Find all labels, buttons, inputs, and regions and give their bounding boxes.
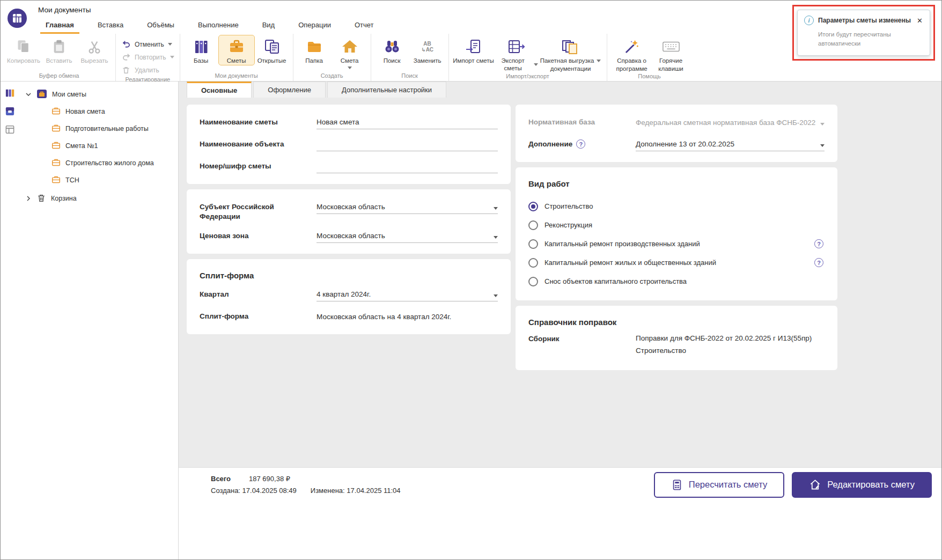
bases-button[interactable]: Базы bbox=[183, 35, 219, 65]
rail-open-docs-icon[interactable] bbox=[4, 123, 16, 135]
export-dropdown-icon[interactable] bbox=[534, 63, 538, 66]
redo-icon bbox=[121, 53, 131, 62]
radio-demolition[interactable] bbox=[528, 277, 538, 286]
region-select[interactable]: Московская область bbox=[317, 201, 498, 214]
work-type-title: Вид работ bbox=[528, 179, 825, 188]
replace-button[interactable]: АВ ↳АС Заменить bbox=[410, 35, 445, 65]
price-zone-select[interactable]: Московская область bbox=[317, 230, 498, 243]
chevron-down-icon bbox=[820, 123, 825, 126]
ribbon-tab-view[interactable]: Вид bbox=[251, 21, 287, 34]
status-bar-buttons: Пересчитать смету Редактировать смету bbox=[654, 472, 932, 498]
create-estimate-dropdown-icon[interactable] bbox=[348, 67, 352, 69]
total-label: Всего bbox=[211, 475, 231, 483]
ribbon-tab-report[interactable]: Отчет bbox=[343, 21, 386, 34]
chevron-down-icon bbox=[494, 236, 498, 239]
ribbon-tab-execution[interactable]: Выполнение bbox=[186, 21, 251, 34]
split-form-label: Сплит-форма bbox=[200, 311, 317, 321]
recalculate-estimate-button[interactable]: Пересчитать смету bbox=[654, 472, 784, 498]
batch-export-button[interactable]: Пакетная выгрузка документации bbox=[538, 35, 604, 72]
work-type-row-reconstruction: Реконструкция bbox=[528, 216, 825, 234]
estimate-name-value: Новая смета bbox=[317, 118, 359, 126]
trash-icon bbox=[36, 193, 46, 204]
quarter-select[interactable]: 4 квартал 2024г. bbox=[317, 289, 498, 301]
tree-item-residential-construction[interactable]: Строительство жилого дома bbox=[19, 154, 178, 172]
estimates-button[interactable]: Сметы bbox=[219, 35, 254, 65]
radio-construction[interactable] bbox=[528, 202, 538, 211]
estimate-icon bbox=[51, 141, 61, 151]
create-estimate-label: Смета bbox=[341, 57, 359, 65]
card-estimate-names: Наименование сметы Новая смета Наименова… bbox=[187, 105, 511, 184]
estimate-icon bbox=[51, 158, 61, 168]
export-estimate-button[interactable]: Экспорт сметы bbox=[495, 35, 538, 72]
tree-item-tsn[interactable]: ТСН bbox=[19, 172, 178, 189]
card-corrections: Справочник поправок Сборник Поправки для… bbox=[516, 306, 837, 370]
quarter-value: 4 квартал 2024г. bbox=[317, 290, 371, 298]
create-estimate-button[interactable]: Смета bbox=[332, 35, 367, 69]
hotkeys-label-line1: Горячие bbox=[659, 57, 682, 65]
ribbon-tab-operations[interactable]: Операции bbox=[286, 21, 343, 34]
estimate-name-input[interactable]: Новая смета bbox=[317, 116, 498, 129]
replace-icon: АВ ↳АС bbox=[421, 38, 433, 56]
ribbon-tab-home[interactable]: Главная bbox=[34, 21, 86, 34]
tree-item-new-estimate[interactable]: Новая смета bbox=[19, 103, 178, 120]
collection-value-field: Поправки для ФСНБ-2022 от 20.02.2025 г И… bbox=[636, 333, 825, 358]
create-folder-button[interactable]: Папка bbox=[297, 35, 332, 65]
app-logo[interactable] bbox=[8, 9, 27, 28]
ribbon-tab-volumes[interactable]: Объёмы bbox=[135, 21, 186, 34]
help-icon[interactable]: ? bbox=[576, 139, 585, 149]
addendum-value: Дополнение 13 от 20.02.2025 bbox=[636, 140, 734, 148]
split-form-value-field: Московская область на 4 квартал 2024г. bbox=[317, 311, 498, 323]
status-bar: Всего 187 690,38 ₽ Создана: 17.04.2025 0… bbox=[179, 467, 941, 502]
created-timestamp: Создана: 17.04.2025 08:49 bbox=[211, 487, 297, 495]
import-estimate-button[interactable]: Импорт сметы bbox=[452, 35, 495, 65]
batch-export-icon bbox=[561, 38, 580, 56]
hotkeys-button[interactable]: Горячие клавиши bbox=[653, 35, 689, 72]
help-icon[interactable]: ? bbox=[814, 258, 823, 267]
batch-export-dropdown-icon[interactable] bbox=[597, 60, 601, 62]
batch-export-label-line1: Пакетная выгрузка bbox=[540, 57, 594, 65]
estimate-icon bbox=[51, 175, 61, 186]
estimate-number-input[interactable] bbox=[317, 160, 498, 173]
work-type-row-demolition: Снос объектов капитального строительства bbox=[528, 272, 825, 291]
radio-industrial-repair[interactable] bbox=[528, 239, 538, 249]
documents-group-label: Мои документы bbox=[183, 72, 290, 80]
addendum-select[interactable]: Дополнение 13 от 20.02.2025 bbox=[636, 138, 825, 151]
total-value: 187 690,38 ₽ bbox=[249, 475, 290, 483]
object-name-input[interactable] bbox=[317, 138, 498, 151]
import-export-group-label: Импорт/экспорт bbox=[452, 72, 604, 81]
content-area: Наименование сметы Новая смета Наименова… bbox=[179, 98, 941, 467]
tab-formatting[interactable]: Оформление bbox=[253, 82, 326, 98]
search-button[interactable]: Поиск bbox=[374, 35, 410, 65]
card-region: Субъект Российской Федерации Московская … bbox=[187, 189, 511, 254]
undo-dropdown-icon[interactable] bbox=[168, 43, 172, 46]
radio-reconstruction[interactable] bbox=[528, 220, 538, 230]
paste-icon bbox=[51, 38, 67, 56]
tree-item-estimate-1[interactable]: Смета №1 bbox=[19, 137, 178, 154]
left-column: Наименование сметы Новая смета Наименова… bbox=[187, 105, 511, 334]
copy-icon bbox=[16, 38, 31, 56]
create-group-label: Создать bbox=[297, 72, 367, 80]
radio-residential-repair[interactable] bbox=[528, 258, 538, 268]
tree-item-preparatory-works[interactable]: Подготовительные работы bbox=[19, 120, 178, 137]
tree-item-trash[interactable]: Корзина bbox=[19, 190, 178, 207]
rail-bases-icon[interactable] bbox=[4, 87, 16, 99]
ribbon-group-documents: Базы Сметы Открытые Мои документы bbox=[180, 34, 293, 81]
recalculate-estimate-label: Пересчитать смету bbox=[689, 480, 767, 490]
close-icon[interactable]: ✕ bbox=[916, 17, 923, 25]
replace-glyph-top: АВ bbox=[423, 41, 431, 47]
rail-estimates-icon[interactable] bbox=[4, 105, 16, 117]
chevron-down-icon[interactable] bbox=[25, 93, 32, 96]
help-icon[interactable]: ? bbox=[814, 239, 823, 248]
tab-additional-settings[interactable]: Дополнительные настройки bbox=[327, 82, 446, 98]
opened-button[interactable]: Открытые bbox=[254, 35, 290, 65]
folder-icon bbox=[306, 38, 323, 56]
toast-title: Параметры сметы изменены bbox=[818, 17, 912, 24]
chevron-down-icon bbox=[494, 294, 498, 297]
edit-estimate-button[interactable]: Редактировать смету bbox=[792, 472, 932, 498]
tree-root-my-estimates[interactable]: Мои сметы bbox=[19, 86, 178, 103]
tab-main[interactable]: Основные bbox=[187, 82, 252, 98]
ribbon-tab-insert[interactable]: Вставка bbox=[86, 21, 135, 34]
about-button[interactable]: Справка о программе bbox=[610, 35, 653, 72]
chevron-right-icon[interactable] bbox=[25, 196, 32, 201]
undo-button[interactable]: Отменить bbox=[121, 39, 174, 50]
